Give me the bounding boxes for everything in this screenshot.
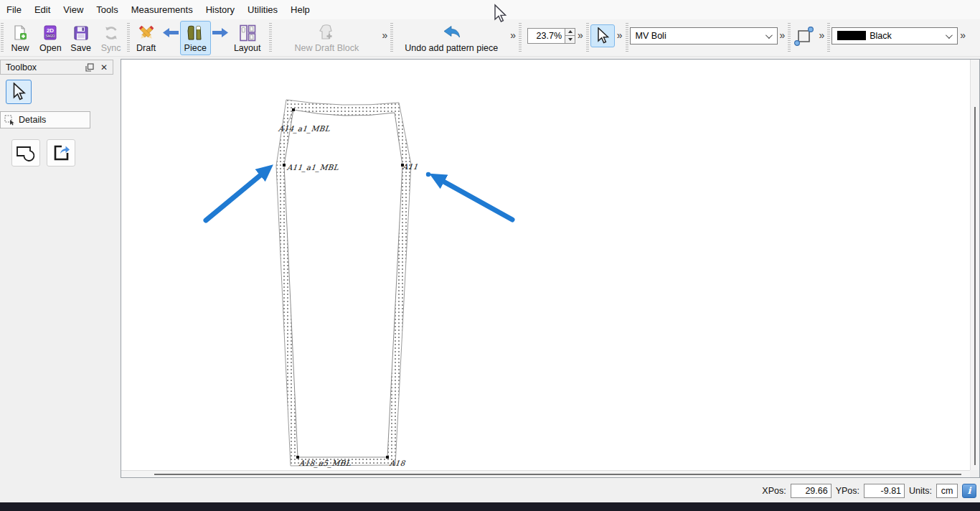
arrow-right-icon [212,27,229,39]
close-panel-icon[interactable]: ✕ [98,62,110,73]
menu-utilities[interactable]: Utilities [241,0,284,19]
pattern-label-a11-seam[interactable]: A11_a1_MBL [286,163,339,172]
color-select[interactable]: Black [831,27,958,44]
vertical-scrollbar[interactable] [970,60,979,470]
canvas-drawing [121,60,979,477]
piece-mode-icon [186,24,204,43]
toolbar-handle[interactable] [269,23,272,53]
pattern-label-a11[interactable]: A11 [402,162,418,171]
menu-tools[interactable]: Tools [90,0,124,19]
union-tool-button[interactable] [11,139,40,167]
toolbar-handle[interactable] [390,23,393,53]
info-icon: i [968,485,971,496]
details-tab-label: Details [19,115,46,125]
toolbar-handle[interactable] [827,23,830,53]
undo-icon [442,24,461,43]
points-square-icon [793,24,816,47]
font-select-value: MV Boli [636,31,666,41]
new-draft-block-button: New Draft Block [273,21,380,55]
units-field: cm [936,484,958,498]
save-button[interactable]: Save [66,21,96,55]
float-panel-icon[interactable] [84,62,95,73]
chevron-down-icon [946,32,953,39]
main-area: Toolbox ✕ Details [0,57,980,479]
overflow-chevron[interactable]: » [819,29,824,41]
horizontal-scrollbar[interactable] [121,470,970,477]
menu-history[interactable]: History [199,0,241,19]
ypos-label: YPos: [836,486,859,496]
pattern-label-a18[interactable]: A18 [389,459,405,467]
draft-mode-label: Draft [136,43,156,53]
toolbar-handle[interactable] [519,23,522,53]
layout-mode-label: Layout [234,43,261,53]
menu-edit[interactable]: Edit [28,0,57,19]
new-draft-block-label: New Draft Block [295,43,359,53]
svg-text:SM2D: SM2D [46,34,55,38]
save-button-label: Save [70,43,91,53]
xpos-label: XPos: [762,486,786,496]
toolbar-handle[interactable] [788,23,791,53]
pattern-label-a18-seam[interactable]: A18_a5_MBL [298,459,351,467]
draft-mode-button[interactable]: Draft [131,21,161,55]
export-icon [52,144,70,162]
overflow-chevron[interactable]: » [780,29,786,41]
toolbar-handle[interactable] [127,23,130,53]
info-button[interactable]: i [962,484,976,498]
vertical-scrollbar-thumb[interactable] [974,107,976,465]
toolbox-pointer-tool[interactable] [6,80,32,104]
menu-measurements[interactable]: Measurements [125,0,199,19]
pointer-arrow-icon [11,83,27,101]
open-button[interactable]: 2D SM2D Open [35,21,66,55]
ypos-field: -9.81 [864,484,905,498]
export-pieces-button[interactable] [47,139,75,167]
zoom-decrease-button[interactable] [565,35,575,43]
piece-mode-button[interactable]: Piece [180,21,211,55]
sync-icon [103,24,120,43]
overflow-chevron[interactable]: » [382,29,387,41]
pattern-canvas[interactable]: A14_a1_MBL A11_a1_MBL A11 A18_a5_MBL A18 [121,59,980,478]
overflow-chevron[interactable]: » [578,29,583,41]
pattern-piece[interactable] [276,100,411,466]
spin-down-icon [568,38,573,41]
overflow-chevron[interactable]: » [617,29,623,41]
svg-text:2D: 2D [47,27,54,34]
status-bar: XPos: 29.66 YPos: -9.81 Units: cm i [0,479,980,502]
scrollbar-corner [970,470,979,477]
toolbar-handle[interactable] [626,23,628,53]
new-document-icon [11,24,29,43]
menu-bar: File Edit View Tools Measurements Histor… [0,0,980,19]
overflow-chevron[interactable]: » [960,29,966,41]
pointer-tool-button[interactable] [590,24,615,47]
draft-pencils-icon [137,24,156,43]
windows-taskbar[interactable] [0,502,980,511]
zoom-value[interactable]: 23.7% [527,28,565,44]
new-button-label: New [11,43,29,53]
menu-file[interactable]: File [0,0,28,19]
pointer-arrow-icon [595,27,610,44]
font-select[interactable]: MV Boli [630,27,778,44]
overflow-chevron[interactable]: » [510,29,516,41]
save-floppy-icon [72,24,90,43]
zoom-spinbox[interactable]: 23.7% [527,28,575,44]
details-icon [4,115,15,126]
horizontal-scrollbar-thumb[interactable] [154,474,961,475]
annotation-dot [426,172,430,177]
layout-mode-button[interactable]: Layout [230,21,265,55]
sync-button: Sync [96,21,126,55]
union-tool-icon [15,144,37,162]
details-tab[interactable]: Details [0,111,90,128]
xpos-field: 29.66 [791,484,831,498]
zoom-increase-button[interactable] [565,29,575,36]
menu-view[interactable]: View [57,0,90,19]
toolbar-handle[interactable] [586,23,589,53]
undo-button[interactable]: Undo add pattern piece [395,21,508,55]
toolbox-panel: Toolbox ✕ Details [0,57,121,479]
toolbox-titlebar[interactable]: Toolbox ✕ [0,60,113,75]
pattern-label-a14[interactable]: A14_a1_MBL [278,124,330,133]
toolbar-handle[interactable] [1,23,4,53]
menu-help[interactable]: Help [284,0,316,19]
main-toolbar: New 2D SM2D Open Save [0,19,980,57]
label-position-tool-button[interactable] [792,24,816,47]
units-label: Units: [909,486,932,496]
new-button[interactable]: New [5,21,35,55]
